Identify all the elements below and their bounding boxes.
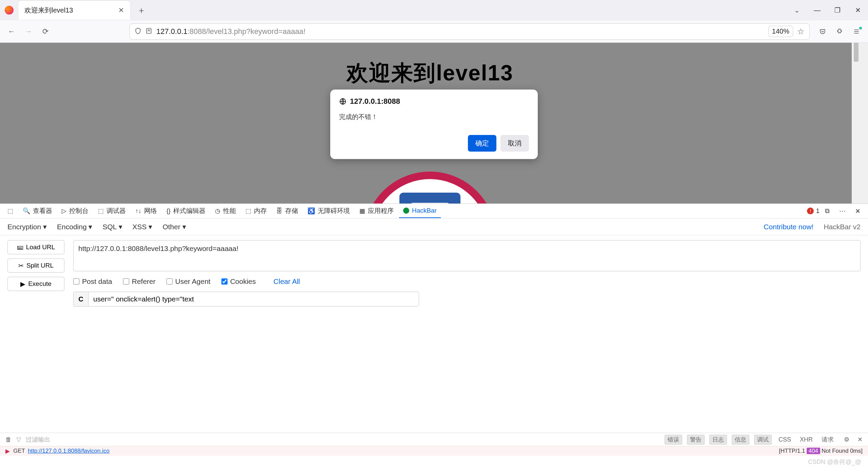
hackbar-options: Post data Referer User Agent Cookies Cle… xyxy=(73,277,861,286)
hackbar-menu-xss[interactable]: XSS ▾ xyxy=(133,223,153,231)
console-close-icon[interactable]: ✕ xyxy=(857,436,863,443)
devtools-close-icon[interactable]: ✕ xyxy=(851,204,865,218)
post-data-checkbox[interactable]: Post data xyxy=(73,277,112,286)
log-method: GET xyxy=(13,448,25,454)
clear-all-link[interactable]: Clear All xyxy=(274,277,300,286)
hackbar-body: 🖴Load URL ✂Split URL ▶Execute http://127… xyxy=(0,235,868,425)
close-window-button[interactable]: ✕ xyxy=(848,6,868,14)
hackbar-version: HackBar v2 xyxy=(824,223,861,231)
filter-debug[interactable]: 调试 xyxy=(754,435,772,445)
filter-logs[interactable]: 日志 xyxy=(709,435,727,445)
dialog-cancel-button[interactable]: 取消 xyxy=(500,135,529,152)
responsive-mode-icon[interactable]: ⧉ xyxy=(821,204,834,218)
devtools-tab-network[interactable]: ↑↓网络 xyxy=(131,204,161,218)
hackbar-menubar: Encryption ▾ Encoding ▾ SQL ▾ XSS ▾ Othe… xyxy=(0,218,868,235)
devtools-menu-icon[interactable]: ⋯ xyxy=(835,204,850,218)
split-url-button[interactable]: ✂Split URL xyxy=(7,258,64,273)
log-status: [HTTP/1.1404Not Found 0ms] xyxy=(779,448,863,454)
reload-button[interactable]: ⟳ xyxy=(39,25,52,38)
hackbar-contribute-link[interactable]: Contribute now! xyxy=(764,223,813,231)
filter-input[interactable]: 过滤输出 xyxy=(26,435,50,444)
cookies-checkbox[interactable]: Cookies xyxy=(221,277,256,286)
error-count-badge[interactable]: ! xyxy=(807,208,814,214)
error-count: 1 xyxy=(816,207,820,215)
devtools-tab-inspector[interactable]: 🔍查看器 xyxy=(19,204,56,218)
zoom-level[interactable]: 140% xyxy=(768,26,793,37)
filter-errors[interactable]: 错误 xyxy=(665,435,682,445)
page-heading: 欢迎来到level13 xyxy=(0,43,860,88)
inspector-picker-icon[interactable]: ⬚ xyxy=(3,204,17,218)
devtools-tab-hackbar[interactable]: HackBar xyxy=(399,204,441,218)
devtools-tab-storage[interactable]: 🗄存储 xyxy=(272,204,302,218)
filter-xhr[interactable]: XHR xyxy=(798,436,815,443)
page-info-icon[interactable] xyxy=(145,27,152,36)
firefox-icon xyxy=(5,6,14,15)
devtools-tab-debugger[interactable]: ⬚调试器 xyxy=(94,204,130,218)
console-toolbar: 🗑 ▽ 过滤输出 错误 警告 日志 信息 调试 CSS XHR 请求 ⚙ ✕ xyxy=(0,433,868,446)
url-text: 127.0.0.1:8088/level13.php?keyword=aaaaa… xyxy=(156,27,764,36)
maximize-button[interactable]: ❐ xyxy=(827,6,848,14)
extensions-icon[interactable] xyxy=(833,25,846,38)
console-settings-icon[interactable]: ⚙ xyxy=(844,436,849,443)
trash-icon[interactable]: 🗑 xyxy=(5,436,12,443)
filter-requests[interactable]: 请求 xyxy=(820,435,836,444)
devtools-tab-memory[interactable]: ⬚内存 xyxy=(241,204,271,218)
close-tab-icon[interactable]: ✕ xyxy=(118,6,124,14)
referer-checkbox[interactable]: Referer xyxy=(123,277,156,286)
back-button[interactable]: ← xyxy=(5,25,18,38)
watermark: CSDN @奈何@_@ xyxy=(808,458,861,466)
dialog-message: 完成的不错！ xyxy=(339,113,529,121)
devtools-tab-a11y[interactable]: ♿无障碍环境 xyxy=(303,204,354,218)
hackbar-menu-other[interactable]: Other ▾ xyxy=(162,223,186,231)
hackbar-menu-encryption[interactable]: Encryption ▾ xyxy=(7,223,47,231)
dialog-origin: 127.0.0.1:8088 xyxy=(339,97,529,106)
filter-icon[interactable]: ▽ xyxy=(16,436,21,443)
hackbar-menu-sql[interactable]: SQL ▾ xyxy=(102,223,122,231)
cookie-input-row: C xyxy=(73,292,419,307)
new-tab-button[interactable]: ＋ xyxy=(137,4,146,16)
js-confirm-dialog: 127.0.0.1:8088 完成的不错！ 确定 取消 xyxy=(330,90,538,159)
devtools-header: ⬚ 🔍查看器 ▷控制台 ⬚调试器 ↑↓网络 {}样式编辑器 ◷性能 ⬚内存 🗄存… xyxy=(0,203,868,218)
bookmark-star-icon[interactable]: ☆ xyxy=(797,27,805,36)
hackbar-menu-encoding[interactable]: Encoding ▾ xyxy=(57,223,92,231)
cookie-input[interactable] xyxy=(88,292,419,307)
devtools-tab-application[interactable]: ▦应用程序 xyxy=(355,204,398,218)
user-agent-checkbox[interactable]: User Agent xyxy=(166,277,211,286)
console-log-row[interactable]: ▶ GET http://127.0.0.1:8088/favicon.ico … xyxy=(0,446,868,456)
load-url-button[interactable]: 🖴Load URL xyxy=(7,240,64,254)
devtools-tab-console[interactable]: ▷控制台 xyxy=(58,204,93,218)
url-toolbar: ← → ⟳ 127.0.0.1:8088/level13.php?keyword… xyxy=(0,20,868,43)
log-url[interactable]: http://127.0.0.1:8088/favicon.ico xyxy=(28,448,110,454)
pocket-icon[interactable] xyxy=(816,25,829,38)
page-logo xyxy=(364,172,496,203)
tab-title: 欢迎来到level13 xyxy=(24,6,118,15)
hackbar-url-input[interactable]: http://127.0.0.1:8088/level13.php?keywor… xyxy=(73,240,861,271)
filter-warnings[interactable]: 警告 xyxy=(687,435,705,445)
forward-button[interactable]: → xyxy=(22,25,35,38)
devtools-tab-style[interactable]: {}样式编辑器 xyxy=(162,204,210,218)
address-bar[interactable]: 127.0.0.1:8088/level13.php?keyword=aaaaa… xyxy=(130,23,810,40)
execute-button[interactable]: ▶Execute xyxy=(7,277,64,291)
devtools-tab-performance[interactable]: ◷性能 xyxy=(211,204,240,218)
shield-icon[interactable] xyxy=(135,27,141,36)
hackbar-icon xyxy=(403,208,409,214)
app-menu-button[interactable] xyxy=(850,25,863,38)
dialog-ok-button[interactable]: 确定 xyxy=(468,135,496,152)
cookie-label: C xyxy=(73,292,88,307)
filter-css[interactable]: CSS xyxy=(776,436,793,443)
tabs-dropdown-icon[interactable]: ⌄ xyxy=(787,6,807,14)
minimize-button[interactable]: — xyxy=(807,6,827,14)
browser-tab[interactable]: 欢迎来到level13 ✕ xyxy=(18,1,130,20)
filter-info[interactable]: 信息 xyxy=(732,435,749,445)
browser-titlebar: 欢迎来到level13 ✕ ＋ ⌄ — ❐ ✕ xyxy=(0,0,868,20)
page-scrollbar[interactable] xyxy=(852,43,860,203)
expand-arrow-icon[interactable]: ▶ xyxy=(5,448,10,455)
